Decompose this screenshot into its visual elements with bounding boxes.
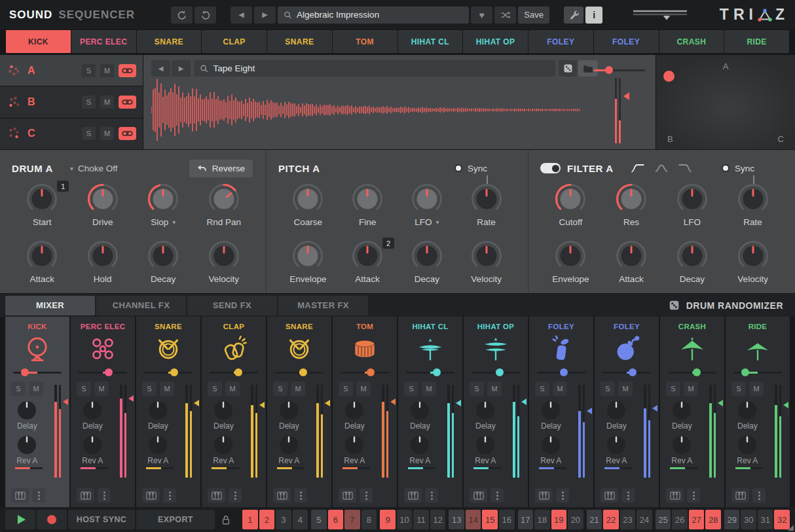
pan-handle[interactable] xyxy=(299,368,307,376)
meter-marker-icon[interactable] xyxy=(194,400,199,406)
choke-dropdown[interactable]: ▾ Choke Off xyxy=(70,164,118,173)
fx-send-knob[interactable] xyxy=(605,434,627,456)
pattern-cell-5[interactable]: 5 xyxy=(311,510,327,529)
drum-randomizer-button[interactable]: DRUM RANDOMIZER xyxy=(669,300,783,311)
pan-handle[interactable] xyxy=(433,368,441,376)
channel-menu-button[interactable] xyxy=(32,488,45,503)
slider-handle[interactable] xyxy=(605,66,613,74)
pan-slider[interactable] xyxy=(733,368,782,376)
meter-marker-icon[interactable] xyxy=(623,92,629,100)
info-button[interactable]: i xyxy=(585,7,602,24)
host-sync-button[interactable]: HOST SYNC xyxy=(68,510,135,529)
lock-button[interactable] xyxy=(216,510,236,529)
envelope-knob[interactable] xyxy=(549,237,591,276)
redo-button[interactable] xyxy=(194,7,216,24)
channel-menu-button[interactable] xyxy=(425,488,438,503)
channel-solo-button[interactable]: S xyxy=(11,381,26,396)
channel-mute-button[interactable]: M xyxy=(749,381,764,396)
pan-slider[interactable] xyxy=(537,368,585,376)
pan-handle[interactable] xyxy=(170,368,178,376)
pattern-cell-24[interactable]: 24 xyxy=(637,510,652,529)
fx-send-knob[interactable] xyxy=(409,434,431,456)
pattern-cell-17[interactable]: 17 xyxy=(518,510,534,529)
pan-slider[interactable] xyxy=(341,368,389,376)
drum-pad-crash[interactable]: CRASH xyxy=(659,30,724,53)
attack-knob[interactable] xyxy=(21,237,63,276)
layer-row-c[interactable]: CSM xyxy=(0,118,143,149)
drum-pad-tom[interactable]: TOM xyxy=(333,30,398,53)
drum-pad-foley[interactable]: FOLEY xyxy=(528,30,593,53)
meter-marker-icon[interactable] xyxy=(652,405,657,412)
pattern-cell-25[interactable]: 25 xyxy=(656,510,671,529)
mixer-channel-hihat-op[interactable]: HIHAT OPSMDelayRev A xyxy=(464,317,528,507)
drum-pad-clap[interactable]: CLAP xyxy=(202,30,267,53)
pan-handle[interactable] xyxy=(21,368,29,376)
channel-mute-button[interactable]: M xyxy=(225,381,240,396)
save-button[interactable]: Save xyxy=(518,7,549,24)
layer-solo-button[interactable]: S xyxy=(82,64,96,77)
sample-waveform[interactable] xyxy=(151,77,583,143)
pitch-sync-toggle[interactable]: Sync xyxy=(454,164,487,173)
random-sample-button[interactable] xyxy=(559,60,577,77)
channel-mute-button[interactable]: M xyxy=(356,381,371,396)
mixer-channel-crash[interactable]: CRASHSMDelayRev A xyxy=(660,317,724,507)
sample-prev-button[interactable]: ◀ xyxy=(151,60,170,77)
envelope-knob[interactable] xyxy=(287,237,329,276)
coarse-knob[interactable] xyxy=(287,180,329,219)
slop-knob[interactable] xyxy=(142,180,184,219)
mixer-channel-foley[interactable]: FOLEYSMDelayRev A xyxy=(595,317,659,507)
record-button[interactable] xyxy=(37,510,67,529)
pattern-cell-12[interactable]: 12 xyxy=(430,510,446,529)
pattern-cell-6[interactable]: 6 xyxy=(328,510,344,529)
keyboard-mapping-button[interactable] xyxy=(666,488,684,503)
decay-knob[interactable] xyxy=(671,237,713,276)
channel-mute-button[interactable]: M xyxy=(553,381,567,396)
tab-send-fx[interactable]: SEND FX xyxy=(187,296,277,315)
pan-handle[interactable] xyxy=(367,368,375,376)
channel-mute-button[interactable]: M xyxy=(422,381,436,396)
meter-marker-icon[interactable] xyxy=(390,399,396,405)
fx-send-knob[interactable] xyxy=(474,399,496,421)
mixer-channel-clap[interactable]: CLAPSMDelayRev A xyxy=(202,317,266,507)
layer-xy-pad[interactable]: A B C xyxy=(656,55,795,149)
lfo-knob[interactable] xyxy=(406,180,448,219)
fx-send-knob[interactable] xyxy=(671,434,693,456)
channel-solo-button[interactable]: S xyxy=(731,381,746,396)
pattern-cell-30[interactable]: 30 xyxy=(741,510,756,529)
layer-row-a[interactable]: ASM xyxy=(0,55,143,86)
mixer-channel-tom[interactable]: TOMSMDelayRev A xyxy=(333,317,397,507)
pan-handle[interactable] xyxy=(234,368,242,376)
channel-menu-button[interactable] xyxy=(752,488,766,503)
fx-send-knob[interactable] xyxy=(81,399,103,421)
fx-send-knob[interactable] xyxy=(671,399,693,421)
channel-menu-button[interactable] xyxy=(98,488,111,503)
play-button[interactable] xyxy=(5,510,35,529)
layer-row-b[interactable]: BSM xyxy=(0,86,143,117)
tab-mixer[interactable]: MIXER xyxy=(5,296,95,315)
pattern-cell-18[interactable]: 18 xyxy=(534,510,550,529)
meter-marker-icon[interactable] xyxy=(718,400,723,406)
filter-sync-toggle[interactable]: Sync xyxy=(722,164,754,173)
mixer-channel-hihat-cl[interactable]: HIHAT CLSMDelayRev A xyxy=(398,317,462,507)
tab-master-fx[interactable]: MASTER FX xyxy=(278,296,368,315)
channel-solo-button[interactable]: S xyxy=(535,381,549,396)
fx-send-knob[interactable] xyxy=(540,434,562,456)
meter-marker-icon[interactable] xyxy=(456,400,461,406)
channel-menu-button[interactable] xyxy=(229,488,242,503)
bandpass-filter-icon[interactable] xyxy=(654,164,669,173)
fx-send-knob[interactable] xyxy=(605,399,627,421)
velocity-knob[interactable] xyxy=(466,237,508,276)
channel-menu-button[interactable] xyxy=(556,488,569,503)
fx-send-knob[interactable] xyxy=(212,399,234,421)
pan-slider[interactable] xyxy=(275,368,324,376)
pattern-cell-13[interactable]: 13 xyxy=(449,510,464,529)
meter-marker-icon[interactable] xyxy=(259,402,265,408)
keyboard-mapping-button[interactable] xyxy=(273,488,291,503)
pan-slider[interactable] xyxy=(668,368,716,376)
pan-handle[interactable] xyxy=(560,368,568,376)
settings-button[interactable] xyxy=(564,7,583,24)
fx-send-knob[interactable] xyxy=(16,399,38,421)
fx-send-knob[interactable] xyxy=(736,399,758,421)
pan-handle[interactable] xyxy=(741,368,749,376)
channel-mute-button[interactable]: M xyxy=(94,381,109,396)
